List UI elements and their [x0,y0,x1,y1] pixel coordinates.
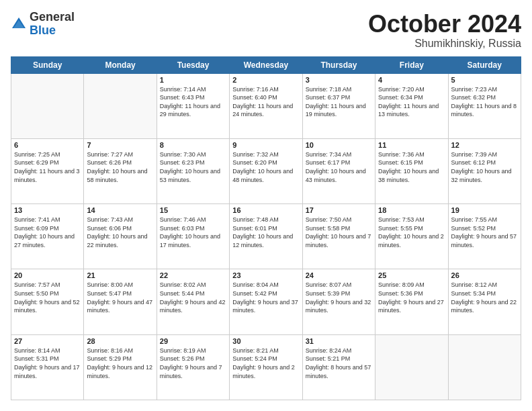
day-info: Sunrise: 7:57 AM Sunset: 5:50 PM Dayligh… [14,281,81,314]
day-info: Sunrise: 7:36 AM Sunset: 6:15 PM Dayligh… [378,150,445,184]
day-number: 1 [160,76,226,84]
day-number: 17 [306,206,372,214]
week-row-0: 1Sunrise: 7:14 AM Sunset: 6:43 PM Daylig… [11,73,521,138]
day-info: Sunrise: 7:30 AM Sunset: 6:23 PM Dayligh… [160,150,226,184]
day-info: Sunrise: 7:53 AM Sunset: 5:55 PM Dayligh… [378,216,445,249]
calendar-cell: 29Sunrise: 8:19 AM Sunset: 5:26 PM Dayli… [157,334,229,400]
calendar-cell: 9Sunrise: 7:32 AM Sunset: 6:20 PM Daylig… [230,138,302,203]
day-info: Sunrise: 7:55 AM Sunset: 5:52 PM Dayligh… [451,216,518,249]
week-row-2: 13Sunrise: 7:41 AM Sunset: 6:09 PM Dayli… [11,204,521,269]
day-info: Sunrise: 8:24 AM Sunset: 5:21 PM Dayligh… [306,347,372,380]
day-number: 4 [378,76,445,84]
day-info: Sunrise: 7:43 AM Sunset: 6:06 PM Dayligh… [87,216,153,249]
day-info: Sunrise: 8:16 AM Sunset: 5:29 PM Dayligh… [87,347,153,380]
calendar-cell: 21Sunrise: 8:00 AM Sunset: 5:47 PM Dayli… [84,269,157,334]
subtitle: Shumikhinskiy, Russia [368,38,521,50]
calendar-cell: 27Sunrise: 8:14 AM Sunset: 5:31 PM Dayli… [11,334,84,400]
calendar-cell: 6Sunrise: 7:25 AM Sunset: 6:29 PM Daylig… [11,138,84,203]
week-row-4: 27Sunrise: 8:14 AM Sunset: 5:31 PM Dayli… [11,334,521,400]
day-info: Sunrise: 8:19 AM Sunset: 5:26 PM Dayligh… [160,347,226,380]
calendar-cell: 14Sunrise: 7:43 AM Sunset: 6:06 PM Dayli… [84,204,157,269]
calendar-cell [11,73,84,138]
page: General Blue October 2024 Shumikhinskiy,… [0,0,532,411]
logo: General Blue [11,11,75,38]
day-info: Sunrise: 7:41 AM Sunset: 6:09 PM Dayligh… [14,216,81,249]
calendar-cell: 2Sunrise: 7:16 AM Sunset: 6:40 PM Daylig… [230,73,302,138]
day-info: Sunrise: 7:50 AM Sunset: 5:58 PM Dayligh… [306,216,372,249]
day-info: Sunrise: 8:04 AM Sunset: 5:42 PM Dayligh… [232,281,299,314]
day-number: 8 [160,141,226,149]
calendar-cell: 18Sunrise: 7:53 AM Sunset: 5:55 PM Dayli… [375,204,448,269]
header-row: SundayMondayTuesdayWednesdayThursdayFrid… [11,56,521,73]
day-number: 24 [306,271,372,279]
header-thursday: Thursday [302,56,375,73]
calendar-body: 1Sunrise: 7:14 AM Sunset: 6:43 PM Daylig… [11,73,521,400]
day-number: 27 [14,337,81,345]
day-number: 28 [87,337,153,345]
day-info: Sunrise: 8:07 AM Sunset: 5:39 PM Dayligh… [306,281,372,314]
calendar-cell: 4Sunrise: 7:20 AM Sunset: 6:34 PM Daylig… [375,73,448,138]
day-info: Sunrise: 7:23 AM Sunset: 6:32 PM Dayligh… [451,85,518,119]
day-number: 31 [306,337,372,345]
calendar-cell: 11Sunrise: 7:36 AM Sunset: 6:15 PM Dayli… [375,138,448,203]
main-title: October 2024 [368,11,521,38]
day-info: Sunrise: 7:46 AM Sunset: 6:03 PM Dayligh… [160,216,226,249]
calendar-cell: 20Sunrise: 7:57 AM Sunset: 5:50 PM Dayli… [11,269,84,334]
header-friday: Friday [375,56,448,73]
calendar-cell: 13Sunrise: 7:41 AM Sunset: 6:09 PM Dayli… [11,204,84,269]
header-sunday: Sunday [11,56,84,73]
calendar-cell: 10Sunrise: 7:34 AM Sunset: 6:17 PM Dayli… [302,138,375,203]
calendar-cell: 28Sunrise: 8:16 AM Sunset: 5:29 PM Dayli… [84,334,157,400]
header-monday: Monday [84,56,157,73]
day-number: 30 [232,337,299,345]
day-number: 13 [14,206,81,214]
logo-general: General [30,11,75,24]
calendar-cell [375,334,448,400]
day-number: 20 [14,271,81,279]
calendar-cell: 22Sunrise: 8:02 AM Sunset: 5:44 PM Dayli… [157,269,229,334]
day-info: Sunrise: 7:48 AM Sunset: 6:01 PM Dayligh… [232,216,299,249]
day-number: 6 [14,141,81,149]
week-row-3: 20Sunrise: 7:57 AM Sunset: 5:50 PM Dayli… [11,269,521,334]
day-info: Sunrise: 8:21 AM Sunset: 5:24 PM Dayligh… [232,347,299,380]
title-block: October 2024 Shumikhinskiy, Russia [368,11,521,50]
calendar-cell: 8Sunrise: 7:30 AM Sunset: 6:23 PM Daylig… [157,138,229,203]
logo-icon [11,16,27,32]
day-number: 26 [451,271,518,279]
day-info: Sunrise: 7:34 AM Sunset: 6:17 PM Dayligh… [306,150,372,184]
day-number: 18 [378,206,445,214]
calendar-header: SundayMondayTuesdayWednesdayThursdayFrid… [11,56,521,73]
day-number: 22 [160,271,226,279]
week-row-1: 6Sunrise: 7:25 AM Sunset: 6:29 PM Daylig… [11,138,521,203]
calendar-cell: 24Sunrise: 8:07 AM Sunset: 5:39 PM Dayli… [302,269,375,334]
calendar-cell: 3Sunrise: 7:18 AM Sunset: 6:37 PM Daylig… [302,73,375,138]
day-number: 21 [87,271,153,279]
day-number: 16 [232,206,299,214]
calendar-cell: 16Sunrise: 7:48 AM Sunset: 6:01 PM Dayli… [230,204,302,269]
day-number: 10 [306,141,372,149]
day-number: 23 [232,271,299,279]
calendar-cell: 15Sunrise: 7:46 AM Sunset: 6:03 PM Dayli… [157,204,229,269]
calendar-cell: 17Sunrise: 7:50 AM Sunset: 5:58 PM Dayli… [302,204,375,269]
calendar-cell: 31Sunrise: 8:24 AM Sunset: 5:21 PM Dayli… [302,334,375,400]
day-number: 12 [451,141,518,149]
header-wednesday: Wednesday [230,56,302,73]
calendar-cell [84,73,157,138]
day-info: Sunrise: 7:14 AM Sunset: 6:43 PM Dayligh… [160,85,226,119]
calendar-cell [448,334,521,400]
logo-blue: Blue [30,24,75,38]
day-info: Sunrise: 8:02 AM Sunset: 5:44 PM Dayligh… [160,281,226,314]
logo-text: General Blue [30,11,75,38]
day-info: Sunrise: 7:27 AM Sunset: 6:26 PM Dayligh… [87,150,153,184]
day-info: Sunrise: 7:18 AM Sunset: 6:37 PM Dayligh… [306,85,372,119]
calendar-cell: 23Sunrise: 8:04 AM Sunset: 5:42 PM Dayli… [230,269,302,334]
day-number: 25 [378,271,445,279]
header-saturday: Saturday [448,56,521,73]
calendar-cell: 19Sunrise: 7:55 AM Sunset: 5:52 PM Dayli… [448,204,521,269]
header-tuesday: Tuesday [157,56,229,73]
day-number: 9 [232,141,299,149]
calendar-cell: 30Sunrise: 8:21 AM Sunset: 5:24 PM Dayli… [230,334,302,400]
day-number: 15 [160,206,226,214]
day-info: Sunrise: 7:25 AM Sunset: 6:29 PM Dayligh… [14,150,81,184]
day-info: Sunrise: 7:16 AM Sunset: 6:40 PM Dayligh… [232,85,299,119]
